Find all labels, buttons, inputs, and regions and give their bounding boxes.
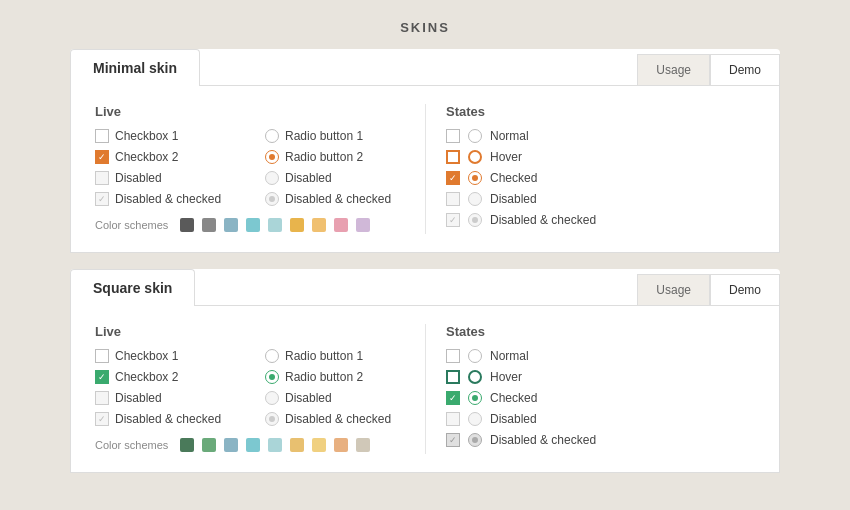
minimal-radio-2-icon[interactable] (265, 150, 279, 164)
square-state-normal: Normal (446, 349, 755, 363)
square-radio-2-icon[interactable] (265, 370, 279, 384)
square-checkbox-3-label: Disabled (115, 391, 162, 405)
minimal-state-rb-normal (468, 129, 482, 143)
square-state-checked-label: Checked (490, 391, 537, 405)
square-state-cb-checked: ✓ (446, 391, 460, 405)
minimal-state-cb-hover (446, 150, 460, 164)
square-rb4: Disabled & checked (265, 412, 405, 426)
square-radio-3-label: Disabled (285, 391, 332, 405)
minimal-two-col: Live Checkbox 1 Radio button 1 ✓ (95, 104, 755, 234)
minimal-live-row-1: Checkbox 1 Radio button 1 (95, 129, 405, 143)
minimal-radio-1-label: Radio button 1 (285, 129, 363, 143)
minimal-cb4: ✓ Disabled & checked (95, 192, 235, 206)
square-checkbox-2-icon[interactable]: ✓ (95, 370, 109, 384)
minimal-live-row-2: ✓ Checkbox 2 Radio button 2 (95, 150, 405, 164)
square-usage-tab[interactable]: Usage (637, 274, 710, 305)
minimal-checkbox-3-label: Disabled (115, 171, 162, 185)
sq-color-swatch-3 (224, 438, 238, 452)
square-state-normal-label: Normal (490, 349, 529, 363)
minimal-state-checked-label: Checked (490, 171, 537, 185)
square-state-cb-disabled (446, 412, 460, 426)
sq-color-swatch-9 (356, 438, 370, 452)
minimal-skin-card: Minimal skin Usage Demo Live Checkbox 1 … (70, 49, 780, 253)
minimal-state-cb-normal (446, 129, 460, 143)
minimal-state-rb-checked (468, 171, 482, 185)
square-state-rb-disabled (468, 412, 482, 426)
square-radio-3-icon (265, 391, 279, 405)
square-state-disabled-checked: ✓ Disabled & checked (446, 433, 755, 447)
sq-color-swatch-4 (246, 438, 260, 452)
color-swatch-3 (224, 218, 238, 232)
minimal-skin-title: Minimal skin (70, 49, 200, 86)
minimal-checkbox-2-icon[interactable]: ✓ (95, 150, 109, 164)
sq-color-swatch-7 (312, 438, 326, 452)
square-checkbox-3-icon (95, 391, 109, 405)
square-divider (425, 324, 426, 454)
square-state-disabled-label: Disabled (490, 412, 537, 426)
color-swatch-7 (312, 218, 326, 232)
square-live-row-3: Disabled Disabled (95, 391, 405, 405)
square-checkbox-2-label: Checkbox 2 (115, 370, 178, 384)
minimal-rb1: Radio button 1 (265, 129, 405, 143)
color-swatch-4 (246, 218, 260, 232)
square-live-row-1: Checkbox 1 Radio button 1 (95, 349, 405, 363)
minimal-checkbox-4-label: Disabled & checked (115, 192, 221, 206)
square-live-row-2: ✓ Checkbox 2 Radio button 2 (95, 370, 405, 384)
square-rb2: Radio button 2 (265, 370, 405, 384)
minimal-live-label: Live (95, 104, 405, 119)
square-state-cb-hover (446, 370, 460, 384)
minimal-state-disabled-label: Disabled (490, 192, 537, 206)
square-card-body: Live Checkbox 1 Radio button 1 ✓ (70, 306, 780, 473)
square-state-rb-normal (468, 349, 482, 363)
square-checkbox-1-label: Checkbox 1 (115, 349, 178, 363)
minimal-live-col: Live Checkbox 1 Radio button 1 ✓ (95, 104, 405, 234)
minimal-state-rb-disabled (468, 192, 482, 206)
minimal-radio-3-icon (265, 171, 279, 185)
square-live-col: Live Checkbox 1 Radio button 1 ✓ (95, 324, 405, 454)
sq-color-swatch-8 (334, 438, 348, 452)
minimal-radio-2-label: Radio button 2 (285, 150, 363, 164)
square-checkbox-1-icon[interactable] (95, 349, 109, 363)
minimal-usage-tab[interactable]: Usage (637, 54, 710, 85)
sq-color-swatch-2 (202, 438, 216, 452)
square-rb1: Radio button 1 (265, 349, 405, 363)
color-swatch-1 (180, 218, 194, 232)
square-cb2: ✓ Checkbox 2 (95, 370, 235, 384)
minimal-card-body: Live Checkbox 1 Radio button 1 ✓ (70, 86, 780, 253)
minimal-tab-bar: Usage Demo (200, 54, 780, 86)
square-two-col: Live Checkbox 1 Radio button 1 ✓ (95, 324, 755, 454)
square-states-col: States Normal Hover ✓ Checked (446, 324, 755, 454)
minimal-checkbox-2-label: Checkbox 2 (115, 150, 178, 164)
square-card-header: Square skin Usage Demo (70, 269, 780, 306)
square-cb1: Checkbox 1 (95, 349, 235, 363)
square-live-row-4: ✓ Disabled & checked Disabled & checked (95, 412, 405, 426)
square-radio-2-label: Radio button 2 (285, 370, 363, 384)
minimal-state-disabled: Disabled (446, 192, 755, 206)
square-rb3: Disabled (265, 391, 405, 405)
minimal-state-cb-checked: ✓ (446, 171, 460, 185)
square-live-label: Live (95, 324, 405, 339)
square-radio-1-icon[interactable] (265, 349, 279, 363)
sq-color-swatch-5 (268, 438, 282, 452)
square-state-rb-hover (468, 370, 482, 384)
minimal-state-hover-label: Hover (490, 150, 522, 164)
minimal-radio-1-icon[interactable] (265, 129, 279, 143)
minimal-demo-tab[interactable]: Demo (710, 54, 780, 85)
minimal-state-normal: Normal (446, 129, 755, 143)
square-demo-tab[interactable]: Demo (710, 274, 780, 305)
minimal-state-cb-disabled-checked: ✓ (446, 213, 460, 227)
square-color-schemes: Color schemes (95, 438, 405, 452)
minimal-state-rb-hover (468, 150, 482, 164)
square-checkbox-4-label: Disabled & checked (115, 412, 221, 426)
color-swatch-5 (268, 218, 282, 232)
minimal-radio-3-label: Disabled (285, 171, 332, 185)
minimal-radio-4-icon (265, 192, 279, 206)
square-state-rb-disabled-checked (468, 433, 482, 447)
minimal-rb2: Radio button 2 (265, 150, 405, 164)
minimal-checkbox-1-icon[interactable] (95, 129, 109, 143)
minimal-cb1: Checkbox 1 (95, 129, 235, 143)
minimal-states-col: States Normal Hover ✓ Checked (446, 104, 755, 234)
minimal-card-header: Minimal skin Usage Demo (70, 49, 780, 86)
square-radio-4-label: Disabled & checked (285, 412, 391, 426)
square-state-hover: Hover (446, 370, 755, 384)
